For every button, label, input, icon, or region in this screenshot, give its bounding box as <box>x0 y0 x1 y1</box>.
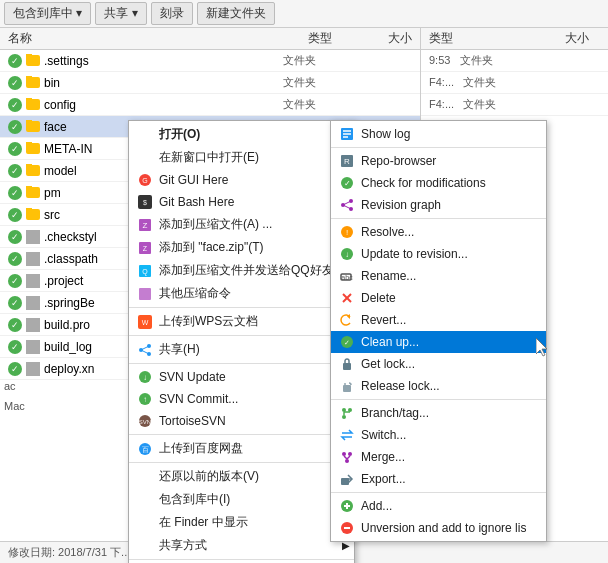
svg-rect-51 <box>343 385 351 392</box>
finder-icon <box>137 515 153 531</box>
svg-text:✓: ✓ <box>344 339 350 346</box>
menu-item-get-lock[interactable]: Get lock... <box>331 353 546 375</box>
repo-browser-icon: R <box>339 153 355 169</box>
share-method-icon <box>137 538 153 554</box>
menu-item-git-gui[interactable]: G Git GUI Here <box>129 169 354 191</box>
svg-text:百: 百 <box>142 446 149 453</box>
menu-item-share-method[interactable]: 共享方式 ▶ <box>129 534 354 557</box>
svg-line-17 <box>141 350 149 354</box>
baidu-icon: 百 <box>137 441 153 457</box>
menu-item-rename[interactable]: abc Rename... <box>331 265 546 287</box>
menu-item-svn-commit[interactable]: ↑ SVN Commit... <box>129 388 354 410</box>
svg-point-59 <box>345 459 349 463</box>
menu-item-cleanup[interactable]: ✓ Clean up... <box>331 331 546 353</box>
right-panel-row: F4:... 文件夹 <box>421 94 608 116</box>
menu-item-add-archive[interactable]: Z 添加到压缩文件(A) ... <box>129 213 354 236</box>
menu-item-add-zip[interactable]: Z 添加到 "face.zip"(T) <box>129 236 354 259</box>
svg-text:R: R <box>344 157 350 166</box>
menu-item-baidu[interactable]: 百 上传到百度网盘 <box>129 437 354 460</box>
divider <box>331 147 546 148</box>
cleanup-icon: ✓ <box>339 334 355 350</box>
log-icon <box>339 126 355 142</box>
get-lock-icon <box>339 356 355 372</box>
left-label-ac: ac <box>4 380 16 392</box>
svg-text:✓: ✓ <box>344 179 351 188</box>
divider <box>331 492 546 493</box>
menu-item-update-revision[interactable]: ↓ Update to revision... <box>331 243 546 265</box>
cursor <box>536 338 548 358</box>
menu-item-check-modifications[interactable]: ✓ Check for modifications <box>331 172 546 194</box>
share-btn[interactable]: 共享 ▾ <box>95 2 146 25</box>
git-bash-icon: $ <box>137 194 153 210</box>
menu-item-export[interactable]: Export... <box>331 468 546 490</box>
svg-text:Q: Q <box>142 268 148 276</box>
menu-item-share[interactable]: 共享(H) ▶ <box>129 338 354 361</box>
svg-point-58 <box>348 452 352 456</box>
menu-item-open-new-window[interactable]: 在新窗口中打开(E) <box>129 146 354 169</box>
divider <box>129 462 354 463</box>
revert-icon <box>339 312 355 328</box>
table-row[interactable]: bin 文件夹 <box>0 72 420 94</box>
menu-item-merge[interactable]: Merge... <box>331 446 546 468</box>
rename-icon: abc <box>339 268 355 284</box>
svn-commit-icon: ↑ <box>137 391 153 407</box>
menu-item-repo-browser[interactable]: R Repo-browser <box>331 150 546 172</box>
menu-item-revision-graph[interactable]: Revision graph <box>331 194 546 216</box>
right-panel-row: 9:53 文件夹 <box>421 50 608 72</box>
svn-update-icon: ↓ <box>137 369 153 385</box>
svg-text:Z: Z <box>143 245 148 252</box>
svg-rect-10 <box>139 288 151 300</box>
col-name-header: 名称 <box>8 30 188 47</box>
table-row[interactable]: config 文件夹 <box>0 94 420 116</box>
menu-item-branch-tag[interactable]: Branch/tag... <box>331 402 546 424</box>
svg-line-16 <box>141 346 149 350</box>
menu-item-revert[interactable]: Revert... <box>331 309 546 331</box>
delete-icon <box>339 290 355 306</box>
menu-item-open[interactable]: 打开(O) <box>129 123 354 146</box>
divider <box>331 218 546 219</box>
branch-icon <box>339 405 355 421</box>
resolve-icon: ! <box>339 224 355 240</box>
menu-item-wps-upload[interactable]: W 上传到WPS云文档 <box>129 310 354 333</box>
svg-text:SVN: SVN <box>139 419 151 425</box>
right-col-size-header: 大小 <box>529 30 589 47</box>
divider <box>129 307 354 308</box>
menu-item-git-bash[interactable]: $ Git Bash Here <box>129 191 354 213</box>
new-folder-btn[interactable]: 新建文件夹 <box>197 2 275 25</box>
svg-text:$: $ <box>143 199 147 206</box>
menu-item-svn-update[interactable]: ↓ SVN Update <box>129 366 354 388</box>
menu-item-resolve[interactable]: ! Resolve... <box>331 221 546 243</box>
svg-text:↓: ↓ <box>345 250 349 259</box>
svg-text:↓: ↓ <box>143 373 147 382</box>
release-lock-icon <box>339 378 355 394</box>
revision-graph-icon <box>339 197 355 213</box>
table-row[interactable]: .settings 文件夹 <box>0 50 420 72</box>
wps-icon: W <box>137 314 153 330</box>
menu-item-include-library[interactable]: 包含到库中(I) ▶ <box>129 488 354 511</box>
library-icon <box>137 492 153 508</box>
tortoise-context-menu: Show log R Repo-browser ✓ Check for modi… <box>330 120 547 542</box>
divider <box>331 399 546 400</box>
svg-text:G: G <box>142 177 147 184</box>
export-icon <box>339 471 355 487</box>
menu-item-add[interactable]: Add... <box>331 495 546 517</box>
menu-item-unversion[interactable]: Unversion and add to ignore lis <box>331 517 546 539</box>
compress-more-icon <box>137 286 153 302</box>
menu-item-restore[interactable]: 还原以前的版本(V) <box>129 465 354 488</box>
svg-point-54 <box>342 415 346 419</box>
right-col-type-header: 类型 <box>429 30 529 47</box>
menu-item-send-qq[interactable]: Q 添加到压缩文件并发送给QQ好友 <box>129 259 354 282</box>
menu-item-other-compress[interactable]: 其他压缩命令 ▶ <box>129 282 354 305</box>
menu-item-release-lock[interactable]: Release lock... <box>331 375 546 397</box>
menu-item-tortoisesvn[interactable]: SVN TortoiseSVN ▶ <box>129 410 354 432</box>
menu-item-delete[interactable]: Delete <box>331 287 546 309</box>
menu-item-show-log[interactable]: Show log <box>331 123 546 145</box>
menu-item-show-finder[interactable]: 在 Finder 中显示 <box>129 511 354 534</box>
divider <box>129 335 354 336</box>
open-icon <box>137 127 153 143</box>
include-library-btn[interactable]: 包含到库中 ▾ <box>4 2 91 25</box>
burn-btn[interactable]: 刻录 <box>151 2 193 25</box>
menu-item-switch[interactable]: Switch... <box>331 424 546 446</box>
svg-line-37 <box>343 201 351 205</box>
status-text: 修改日期: 2018/7/31 下... <box>8 545 130 560</box>
